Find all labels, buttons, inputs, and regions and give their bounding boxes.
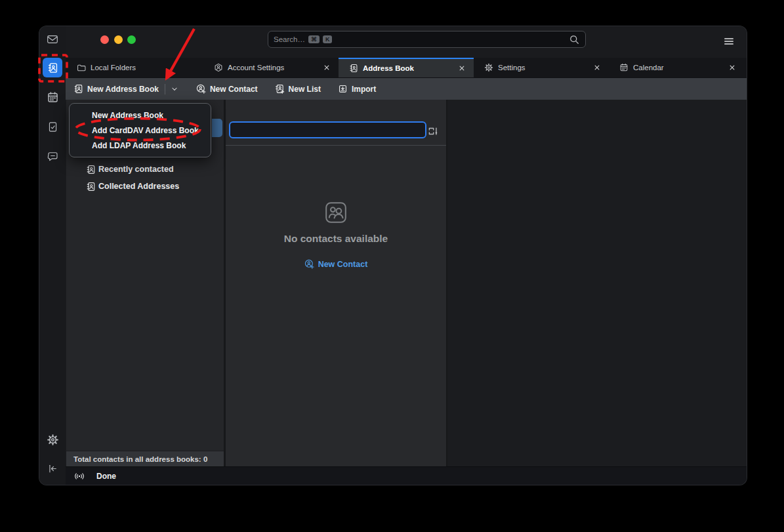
collapse-spaces-button[interactable] <box>43 459 62 478</box>
tab-calendar[interactable]: Calendar <box>609 58 744 77</box>
gear-icon <box>484 63 493 72</box>
screen: { "annotation_color": "#e81a1c", "colors… <box>0 0 784 532</box>
close-tab-button[interactable] <box>321 62 332 73</box>
menu-item-add-ldap-address-book[interactable]: Add LDAP Address Book <box>70 138 211 153</box>
search-icon <box>569 34 580 45</box>
display-options-icon <box>427 125 439 137</box>
address-book-icon <box>86 165 96 174</box>
chevron-down-icon[interactable] <box>170 85 179 94</box>
new-contact-label: New Contact <box>210 85 258 94</box>
shortcut-k-key: K <box>323 35 333 43</box>
contacts-list-header <box>226 100 446 146</box>
new-list-button[interactable]: New List <box>275 84 321 94</box>
tab-local-folders[interactable]: Local Folders <box>66 58 203 77</box>
space-chat-button[interactable] <box>43 146 62 166</box>
mail-icon <box>46 33 59 46</box>
new-contact-button[interactable]: New Contact <box>196 84 258 94</box>
tab-label: Account Settings <box>228 64 284 72</box>
tab-account-settings[interactable]: Account Settings <box>203 58 339 77</box>
close-tab-button[interactable] <box>592 62 602 73</box>
empty-state-title: No contacts available <box>284 233 388 245</box>
address-book-icon <box>73 84 83 94</box>
space-settings-button[interactable] <box>43 430 62 449</box>
tab-settings[interactable]: Settings <box>474 58 609 77</box>
menu-item-new-address-book[interactable]: New Address Book <box>70 108 211 123</box>
empty-contacts-state: No contacts available New Contact <box>226 201 446 269</box>
contacts-search-input[interactable] <box>229 121 426 138</box>
tab-address-book[interactable]: Address Book <box>339 58 474 77</box>
address-book-icon <box>86 182 96 192</box>
space-mail-button[interactable] <box>43 30 62 49</box>
tab-label: Local Folders <box>91 64 136 72</box>
titlebar: Search… ⌘ K <box>66 26 747 58</box>
app-menu-button[interactable] <box>720 33 737 50</box>
import-icon <box>338 84 348 94</box>
chat-icon <box>47 150 59 163</box>
import-button[interactable]: Import <box>338 84 376 94</box>
new-address-book-split-button[interactable]: New Address Book <box>73 84 179 94</box>
close-tab-button[interactable] <box>457 63 467 73</box>
new-contact-link[interactable]: New Contact <box>304 259 368 269</box>
new-list-label: New List <box>289 85 321 94</box>
display-options-button[interactable] <box>426 125 440 138</box>
calendar-icon <box>619 63 629 72</box>
split-button-divider <box>165 84 165 94</box>
global-search-field[interactable]: Search… ⌘ K <box>268 31 586 48</box>
import-label: Import <box>352 85 376 94</box>
book-row-collected-addresses[interactable]: Collected Addresses <box>66 178 221 195</box>
contact-details-pane <box>447 100 747 467</box>
close-window-button[interactable] <box>100 35 109 44</box>
person-plus-icon <box>196 84 206 94</box>
thunderbird-window: Search… ⌘ K Local Folders Account Settin… <box>39 26 747 485</box>
space-address-book-button[interactable] <box>43 58 62 77</box>
address-book-toolbar: New Address Book New Contact New List Im… <box>66 77 747 100</box>
spaces-toolbar <box>39 26 66 485</box>
folder-icon <box>77 63 86 72</box>
account-icon <box>214 63 223 72</box>
book-row-label: Recently contacted <box>98 165 174 174</box>
address-book-plus-icon <box>275 84 285 94</box>
tab-label: Settings <box>498 64 526 72</box>
book-row-label: Collected Addresses <box>98 182 179 191</box>
tab-label: Calendar <box>633 64 664 72</box>
menu-icon <box>723 35 735 47</box>
selected-address-book-row[interactable] <box>212 119 222 137</box>
close-tab-button[interactable] <box>727 62 737 73</box>
minimize-window-button[interactable] <box>114 35 123 44</box>
new-contact-link-label: New Contact <box>318 260 368 269</box>
contacts-card-icon <box>325 201 347 224</box>
person-plus-icon <box>304 259 314 269</box>
status-text: Done <box>96 472 116 481</box>
space-tasks-button[interactable] <box>43 117 62 136</box>
total-contacts-text: Total contacts in all address books: 0 <box>73 455 207 463</box>
collapse-sidebar-icon <box>47 462 59 475</box>
contacts-list-pane: No contacts available New Contact <box>226 100 446 467</box>
new-address-book-dropdown-menu: New Address Book Add CardDAV Address Boo… <box>69 103 211 157</box>
close-icon <box>593 64 601 72</box>
broadcast-icon <box>73 470 85 482</box>
address-book-icon <box>47 62 58 73</box>
shortcut-modifier-key: ⌘ <box>308 35 320 43</box>
tab-bar: Local Folders Account Settings Address B… <box>66 58 747 77</box>
close-icon <box>323 64 331 72</box>
zoom-window-button[interactable] <box>127 35 136 44</box>
close-icon <box>458 64 466 72</box>
new-address-book-label: New Address Book <box>87 85 159 94</box>
status-bar: Done <box>66 466 747 485</box>
calendar-icon <box>47 91 59 104</box>
book-row-recently-contacted[interactable]: Recently contacted <box>66 161 221 178</box>
gear-icon <box>47 434 59 446</box>
close-icon <box>728 64 736 72</box>
total-contacts-footer: Total contacts in all address books: 0 <box>66 451 224 467</box>
tasks-icon <box>47 121 59 133</box>
address-book-icon <box>349 64 358 73</box>
menu-item-add-carddav-address-book[interactable]: Add CardDAV Address Book <box>70 123 211 138</box>
search-placeholder: Search… <box>274 35 305 43</box>
space-calendar-button[interactable] <box>43 87 62 107</box>
tab-label: Address Book <box>363 64 414 72</box>
